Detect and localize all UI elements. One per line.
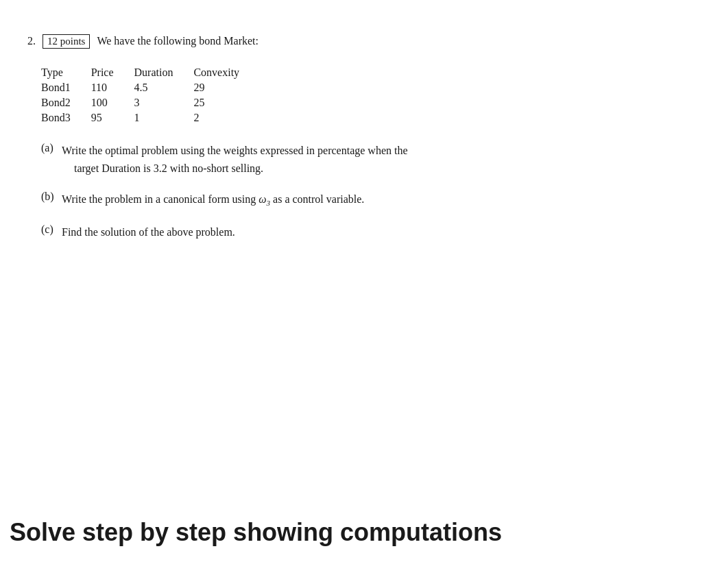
sub-content-b: Write the problem in a canonical form us…	[62, 191, 364, 210]
sub-label-a: (a)	[41, 142, 62, 154]
bond2-convexity: 25	[193, 95, 260, 110]
table-row: Bond2 100 3 25	[41, 95, 260, 110]
sub-label-c: (c)	[41, 223, 62, 236]
bond2-type: Bond2	[41, 95, 91, 110]
sub-label-b: (b)	[41, 191, 62, 203]
sub-questions: (a) Write the optimal problem using the …	[41, 142, 682, 241]
sub-c-text: Find the solution of the above problem.	[62, 226, 235, 238]
omega-subscript: 3	[267, 199, 271, 207]
bond3-convexity: 2	[193, 110, 260, 125]
sub-b-text: Write the problem in a canonical form us…	[62, 193, 364, 205]
bond1-duration: 4.5	[134, 80, 194, 95]
solve-text: Solve step by step showing computations	[10, 518, 502, 546]
question-intro: We have the following bond Market:	[97, 35, 259, 47]
table-row: Bond1 110 4.5 29	[41, 80, 260, 95]
bond2-duration: 3	[134, 95, 194, 110]
points-badge: 12 points	[43, 34, 90, 49]
bond1-type: Bond1	[41, 80, 91, 95]
question-header: 2. 12 points We have the following bond …	[27, 34, 682, 49]
bond1-price: 110	[91, 80, 134, 95]
page-wrapper: 2. 12 points We have the following bond …	[0, 0, 709, 588]
sub-question-a: (a) Write the optimal problem using the …	[41, 142, 682, 177]
bond1-convexity: 29	[193, 80, 260, 95]
table-row: Bond3 95 1 2	[41, 110, 260, 125]
sub-question-c: (c) Find the solution of the above probl…	[41, 223, 682, 241]
sub-content-a: Write the optimal problem using the weig…	[62, 142, 408, 177]
omega-symbol: ω3	[259, 193, 270, 205]
bond-table: Type Price Duration Convexity Bond1 110 …	[41, 65, 260, 125]
bond2-price: 100	[91, 95, 134, 110]
col-duration: Duration	[134, 65, 194, 80]
table-header-row: Type Price Duration Convexity	[41, 65, 260, 80]
bond3-type: Bond3	[41, 110, 91, 125]
sub-a-line2: target Duration is 3.2 with no-short sel…	[74, 160, 408, 177]
sub-question-b: (b) Write the problem in a canonical for…	[41, 191, 682, 210]
solve-section: Solve step by step showing computations	[0, 518, 502, 547]
col-convexity: Convexity	[193, 65, 260, 80]
page-container: 2. 12 points We have the following bond …	[0, 0, 709, 282]
question-number: 2.	[27, 35, 36, 47]
bond3-price: 95	[91, 110, 134, 125]
col-price: Price	[91, 65, 134, 80]
col-type: Type	[41, 65, 91, 80]
bond3-duration: 1	[134, 110, 194, 125]
sub-a-line1: Write the optimal problem using the weig…	[62, 145, 408, 156]
sub-content-c: Find the solution of the above problem.	[62, 223, 235, 241]
